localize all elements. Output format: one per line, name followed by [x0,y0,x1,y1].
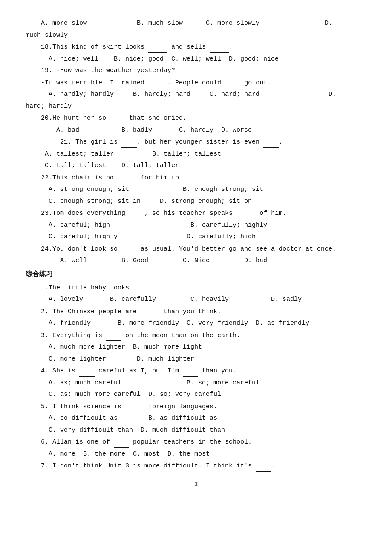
s3-text: 3. Everything is on the moon than on the… [26,330,366,341]
s5-options-line2: C. very difficult than D. much difficult… [26,425,366,436]
q19-text2: -It was terrible. It rained . People cou… [26,77,366,89]
q17-options-line1: A. more slow B. much slow C. more slowly… [26,18,366,29]
q23-text: 23.Tom does everything , so his teacher … [26,208,366,219]
section-title: 综合练习 [26,269,366,280]
s3-options-line2: C. more lighter D. much lighter [26,354,366,365]
q19-options-line2: hard; hardly [26,101,366,112]
s1-text: 1.The little baby looks . [26,282,366,294]
q22-options-line1: A. strong enough; sit B. enough strong; … [26,184,366,195]
q24-options: A. well B. Good C. Nice D. bad [26,255,366,266]
q23-options-line1: A. careful; high B. carefully; highly [26,220,366,231]
q24-text: 24.You don't look so as usual. You'd bet… [26,243,366,255]
s2-options: A. friendly B. more friendly C. very fri… [26,318,366,329]
q18-text: 18.This kind of skirt looks and sells . [26,41,366,53]
q22-options-line2: C. enough strong; sit in D. strong enoug… [26,196,366,207]
q21-text: 21. The girl is , but her younger sister… [26,136,366,148]
s4-options-line1: A. as; much careful B. so; more careful [26,378,366,389]
q21-options-line1: A. tallest; taller B. taller; tallest [26,149,366,160]
s6-text: 6. Allan is one of popular teachers in t… [26,436,366,448]
q19-options-line1: A. hardly; hardly B. hardly; hard C. har… [26,89,366,100]
s5-text: 5. I think science is foreign languages. [26,401,366,413]
q22-text: 22.This chair is not for him to . [26,172,366,184]
q20-options: A. bad B. badly C. hardly D. worse [26,125,366,136]
q19-text1: 19. -How was the weather yesterday? [26,65,366,76]
s5-options-line1: A. so difficult as B. as difficult as [26,413,366,424]
s1-options: A. lovely B. carefully C. heavily D. sad… [26,294,366,305]
q18-options: A. nice; well B. nice; good C. well; wel… [26,54,366,65]
q21-options-line2: C. tall; tallest D. tall; taller [26,160,366,171]
page-content: A. more slow B. much slow C. more slowly… [26,18,366,490]
q20-text: 20.He hurt her so that she cried. [26,113,366,124]
q17-options-line2: much slowly [26,30,366,41]
s4-options-line2: C. as; much more careful D. so; very car… [26,389,366,400]
s4-text: 4. She is careful as I, but I'm than you… [26,365,366,377]
q23-options-line2: C. careful; highly D. carefully; high [26,231,366,242]
page-number: 3 [26,479,366,491]
s2-text: 2. The Chinese people are than you think… [26,306,366,317]
s6-options: A. more B. the more C. most D. the most [26,449,366,460]
s7-text: 7. I don't think Unit 3 is more difficul… [26,460,366,472]
s3-options-line1: A. much more lighter B. much more light [26,342,366,353]
